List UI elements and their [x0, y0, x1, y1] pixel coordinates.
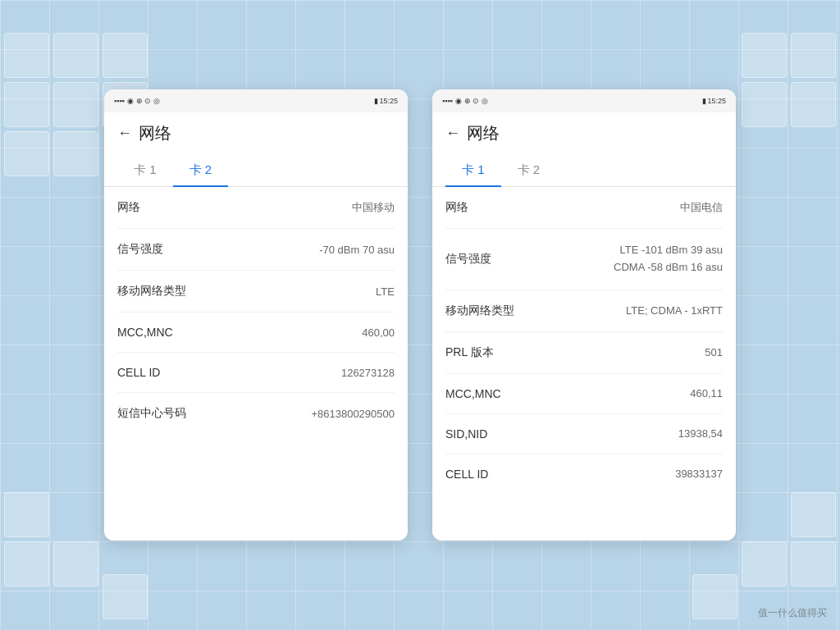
label-mcc-right: MCC,MNC	[445, 387, 501, 400]
back-button-right[interactable]: ←	[445, 125, 460, 142]
back-button-left[interactable]: ←	[117, 125, 132, 142]
value-network-type-left: LTE	[376, 285, 395, 298]
misc-icons-right: ⊕ ⊙ ◎	[464, 97, 488, 105]
tab-card1-left[interactable]: 卡 1	[117, 154, 173, 186]
tab-card2-right[interactable]: 卡 2	[501, 154, 557, 186]
row-network-type-right: 移动网络类型 LTE; CDMA - 1xRTT	[445, 290, 723, 332]
row-network-type-left: 移动网络类型 LTE	[117, 271, 395, 313]
value-mcc-right: 460,11	[690, 387, 723, 399]
tabs-left: 卡 1 卡 2	[104, 154, 408, 187]
row-cellid-left: CELL ID 126273128	[117, 353, 395, 393]
row-prl-right: PRL 版本 501	[445, 332, 723, 374]
signal-icon: ▪▪▪▪	[114, 97, 125, 105]
page-title-left: 网络	[139, 122, 171, 144]
tab-card1-right[interactable]: 卡 1	[445, 154, 501, 186]
row-mcc-right: MCC,MNC 460,11	[445, 374, 723, 414]
label-sms-left: 短信中心号码	[117, 406, 186, 421]
status-time-left: 15:25	[379, 97, 398, 105]
watermark: 值一什么值得买	[758, 606, 827, 620]
label-mcc-left: MCC,MNC	[117, 326, 173, 339]
value-mcc-left: 460,00	[362, 326, 395, 339]
label-cellid-left: CELL ID	[117, 366, 160, 379]
value-cellid-right: 39833137	[675, 468, 723, 480]
value-network-right: 中国电信	[680, 200, 723, 215]
value-network-type-right: LTE; CDMA - 1xRTT	[626, 304, 723, 317]
battery-icon-right: ▮	[702, 97, 706, 105]
battery-time-right: ▮ 15:25	[702, 97, 726, 105]
nav-bar-left: ← 网络	[104, 112, 408, 154]
row-mcc-left: MCC,MNC 460,00	[117, 313, 395, 353]
value-sid-right: 13938,54	[678, 427, 723, 440]
tab-card2-left[interactable]: 卡 2	[173, 154, 229, 186]
label-network-right: 网络	[445, 200, 468, 215]
content-right: 网络 中国电信 信号强度 LTE -101 dBm 39 asuCDMA -58…	[432, 187, 736, 541]
misc-icons: ⊕ ⊙ ◎	[136, 97, 160, 105]
wifi-icon-right: ◉	[455, 97, 462, 105]
row-sid-right: SID,NID 13938,54	[445, 414, 723, 454]
label-signal-right: 信号强度	[445, 252, 491, 267]
label-network-type-left: 移动网络类型	[117, 284, 186, 299]
label-signal-left: 信号强度	[117, 242, 163, 257]
row-network-left: 网络 中国移动	[117, 187, 395, 229]
phone-card-left: ▪▪▪▪ ◉ ⊕ ⊙ ◎ ▮ 15:25 ← 网络 卡 1 卡 2 网络 中国移…	[104, 89, 408, 541]
row-signal-left: 信号强度 -70 dBm 70 asu	[117, 229, 395, 271]
label-cellid-right: CELL ID	[445, 468, 488, 481]
battery-icon: ▮	[374, 97, 378, 105]
status-bar-left: ▪▪▪▪ ◉ ⊕ ⊙ ◎ ▮ 15:25	[104, 89, 408, 112]
nav-bar-right: ← 网络	[432, 112, 736, 154]
tabs-right: 卡 1 卡 2	[432, 154, 736, 187]
content-left: 网络 中国移动 信号强度 -70 dBm 70 asu 移动网络类型 LTE M…	[104, 187, 408, 541]
status-time-right: 15:25	[707, 97, 726, 105]
value-signal-right: LTE -101 dBm 39 asuCDMA -58 dBm 16 asu	[614, 242, 723, 276]
status-icons-right: ▪▪▪▪ ◉ ⊕ ⊙ ◎	[442, 97, 488, 105]
value-network-left: 中国移动	[352, 200, 395, 215]
row-signal-right: 信号强度 LTE -101 dBm 39 asuCDMA -58 dBm 16 …	[445, 229, 723, 290]
label-prl-right: PRL 版本	[445, 345, 494, 360]
row-cellid-right: CELL ID 39833137	[445, 454, 723, 494]
status-icons-left: ▪▪▪▪ ◉ ⊕ ⊙ ◎	[114, 97, 160, 105]
battery-time-left: ▮ 15:25	[374, 97, 398, 105]
value-signal-left: -70 dBm 70 asu	[319, 244, 395, 256]
row-sms-left: 短信中心号码 +8613800290500	[117, 393, 395, 434]
label-network-left: 网络	[117, 200, 140, 215]
wifi-icon: ◉	[127, 97, 134, 105]
value-cellid-left: 126273128	[341, 367, 395, 379]
row-network-right: 网络 中国电信	[445, 187, 723, 229]
label-network-type-right: 移动网络类型	[445, 304, 514, 318]
label-sid-right: SID,NID	[445, 427, 487, 441]
page-title-right: 网络	[467, 122, 500, 144]
status-bar-right: ▪▪▪▪ ◉ ⊕ ⊙ ◎ ▮ 15:25	[432, 89, 736, 112]
value-sms-left: +8613800290500	[311, 408, 395, 420]
phone-card-right: ▪▪▪▪ ◉ ⊕ ⊙ ◎ ▮ 15:25 ← 网络 卡 1 卡 2 网络 中国电…	[432, 89, 736, 541]
value-prl-right: 501	[705, 346, 723, 358]
signal-icon-right: ▪▪▪▪	[442, 97, 453, 105]
